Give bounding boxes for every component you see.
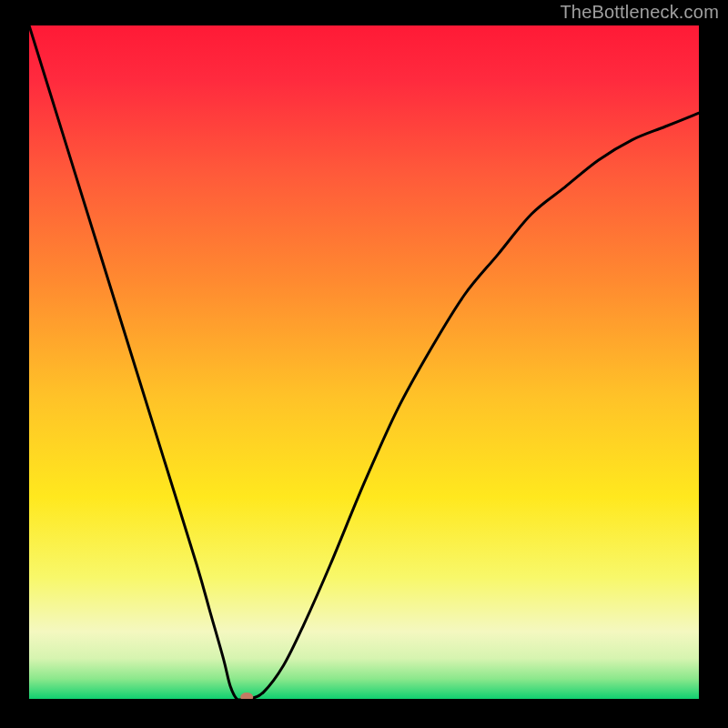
watermark-label: TheBottleneck.com bbox=[560, 2, 719, 23]
bottleneck-chart bbox=[29, 25, 699, 699]
plot-area bbox=[29, 25, 699, 699]
chart-frame: TheBottleneck.com bbox=[0, 0, 728, 728]
gradient-background bbox=[29, 25, 699, 699]
